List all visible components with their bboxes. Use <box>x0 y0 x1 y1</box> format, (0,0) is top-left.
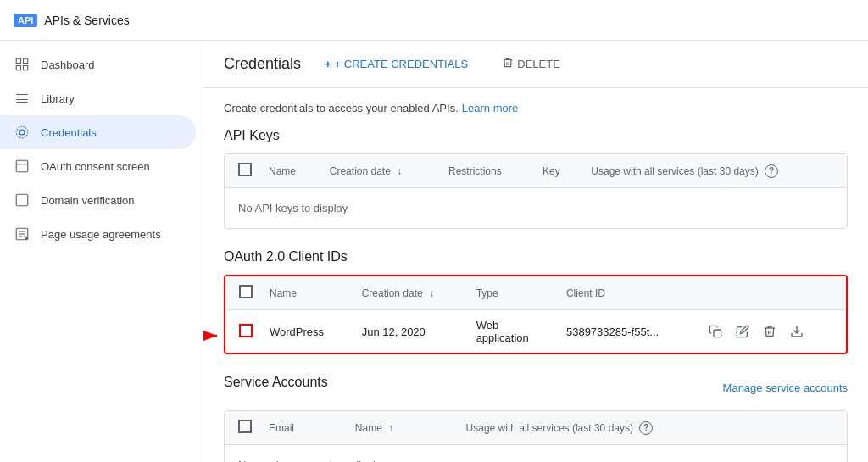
svg-rect-3 <box>24 66 28 70</box>
oauth-row-actions-container <box>705 321 836 342</box>
api-keys-table-container: Name Creation date Restrictions Key Usag… <box>224 153 848 229</box>
sidebar-item-page-usage[interactable]: Page usage agreements <box>0 217 196 251</box>
oauth-row-type: Web application <box>466 310 556 353</box>
svg-line-18 <box>24 236 25 237</box>
creation-date-sort-icon <box>397 165 402 177</box>
sa-usage-help-icon[interactable]: ? <box>639 421 653 435</box>
delete-label: DELETE <box>517 58 560 70</box>
sidebar-item-oauth-consent[interactable]: OAuth consent screen <box>0 149 196 183</box>
oauth-row-checkbox[interactable] <box>239 324 253 337</box>
svg-rect-10 <box>16 160 28 172</box>
content-area: Create credentials to access your enable… <box>203 88 868 462</box>
api-keys-col-key: Key <box>532 154 581 188</box>
oauth-table-container: Name Creation date Type Client ID <box>224 275 848 354</box>
oauth-select-all-header <box>225 276 259 310</box>
sidebar-item-domain[interactable]: Domain verification <box>0 183 196 217</box>
plus-icon: + <box>325 58 331 70</box>
oauth-row-name: WordPress <box>259 310 352 353</box>
sidebar-label-domain: Domain verification <box>41 194 135 207</box>
svg-point-9 <box>16 126 28 138</box>
svg-rect-0 <box>16 58 20 63</box>
api-keys-col-creation-date[interactable]: Creation date <box>320 154 438 188</box>
top-bar: API APIs & Services <box>0 0 868 41</box>
api-keys-select-all-checkbox[interactable] <box>238 163 252 176</box>
copy-icon[interactable] <box>705 321 726 342</box>
oauth-table: Name Creation date Type Client ID <box>225 276 846 353</box>
sidebar-item-credentials[interactable]: Credentials <box>0 115 196 149</box>
edit-icon[interactable] <box>732 321 753 342</box>
sa-col-usage: Usage with all services (last 30 days) ? <box>456 411 847 445</box>
oauth-wordpress-row[interactable]: WordPress Jun 12, 2020 Web application 5… <box>225 310 846 353</box>
sidebar: Dashboard Library Credentials <box>0 41 203 462</box>
service-accounts-header-row: Email Name ↑ Usage with all services (la… <box>225 411 847 445</box>
oauth-creation-date-sort-icon <box>429 287 434 299</box>
sa-col-email: Email <box>259 411 345 445</box>
create-credentials-button[interactable]: + + CREATE CREDENTIALS <box>314 53 478 75</box>
oauth-row-client-id: 5389733285-f55t... <box>556 310 695 353</box>
oauth-col-client-id: Client ID <box>556 276 695 310</box>
api-keys-section: API Keys Name Creation date <box>224 128 848 229</box>
svg-rect-12 <box>16 194 28 206</box>
sidebar-item-library[interactable]: Library <box>0 81 196 115</box>
sidebar-label-oauth-consent: OAuth consent screen <box>41 160 150 173</box>
manage-service-accounts-link[interactable]: Manage service accounts <box>723 381 848 394</box>
oauth-select-all-checkbox[interactable] <box>239 285 253 298</box>
delete-row-icon[interactable] <box>760 321 780 342</box>
delete-button[interactable]: DELETE <box>492 52 570 76</box>
api-keys-select-all-header <box>225 154 259 188</box>
main-content: Credentials + + CREATE CREDENTIALS DELET… <box>203 41 868 462</box>
info-text: Create credentials to access your enable… <box>224 102 459 114</box>
info-bar: Create credentials to access your enable… <box>224 102 848 114</box>
api-keys-header-row: Name Creation date Restrictions Key Usag… <box>225 154 847 188</box>
sidebar-label-page-usage: Page usage agreements <box>41 228 161 241</box>
sidebar-label-credentials: Credentials <box>41 126 97 139</box>
oauth-col-name: Name <box>259 276 352 310</box>
learn-more-link[interactable]: Learn more <box>462 102 518 114</box>
sa-col-name[interactable]: Name ↑ <box>345 411 456 445</box>
svg-rect-2 <box>16 66 20 70</box>
service-accounts-title: Service Accounts <box>224 375 328 390</box>
api-keys-table: Name Creation date Restrictions Key Usag… <box>225 154 847 228</box>
api-keys-usage-help-icon[interactable]: ? <box>765 164 778 178</box>
sa-no-data-row: No service accounts to display <box>225 445 847 463</box>
api-keys-col-name: Name <box>259 154 320 188</box>
sa-name-sort-icon: ↑ <box>388 422 393 434</box>
service-accounts-header: Service Accounts Manage service accounts <box>224 375 848 400</box>
svg-rect-21 <box>714 330 721 337</box>
sa-no-data-text: No service accounts to display <box>225 445 847 463</box>
app-logo: API APIs & Services <box>14 14 130 27</box>
service-accounts-table: Email Name ↑ Usage with all services (la… <box>225 411 847 462</box>
oauth-row-checkbox-cell <box>225 310 259 353</box>
oauth-header-row: Name Creation date Type Client ID <box>225 276 846 310</box>
svg-rect-1 <box>24 58 28 63</box>
sidebar-label-dashboard: Dashboard <box>41 58 95 71</box>
annotation-arrow <box>203 323 225 351</box>
api-badge: API <box>14 14 37 27</box>
app-title: APIs & Services <box>44 14 129 27</box>
api-keys-title: API Keys <box>224 128 848 143</box>
oauth-row-creation-date: Jun 12, 2020 <box>352 310 466 353</box>
sa-select-all-checkbox[interactable] <box>238 420 252 433</box>
oauth-title: OAuth 2.0 Client IDs <box>224 249 848 264</box>
api-keys-col-restrictions: Restrictions <box>438 154 532 188</box>
service-accounts-section: Service Accounts Manage service accounts… <box>224 375 848 462</box>
page-header: Credentials + + CREATE CREDENTIALS DELET… <box>203 41 868 88</box>
dashboard-icon <box>14 56 31 73</box>
credentials-icon <box>14 124 31 141</box>
sa-select-all-header <box>225 411 259 445</box>
api-keys-no-data-row: No API keys to display <box>225 188 847 229</box>
sidebar-label-library: Library <box>41 92 75 105</box>
oauth-col-actions <box>695 276 846 310</box>
sidebar-item-dashboard[interactable]: Dashboard <box>0 47 196 81</box>
page-usage-icon <box>14 225 31 242</box>
download-icon[interactable] <box>787 321 807 342</box>
domain-icon <box>14 192 31 209</box>
service-accounts-table-container: Email Name ↑ Usage with all services (la… <box>224 410 848 462</box>
api-keys-no-data-text: No API keys to display <box>225 188 847 229</box>
oauth-col-type: Type <box>466 276 556 310</box>
oauth-col-creation-date[interactable]: Creation date <box>352 276 466 310</box>
svg-point-17 <box>25 237 28 240</box>
svg-point-8 <box>19 130 25 135</box>
delete-icon <box>502 57 514 71</box>
library-icon <box>14 90 31 107</box>
